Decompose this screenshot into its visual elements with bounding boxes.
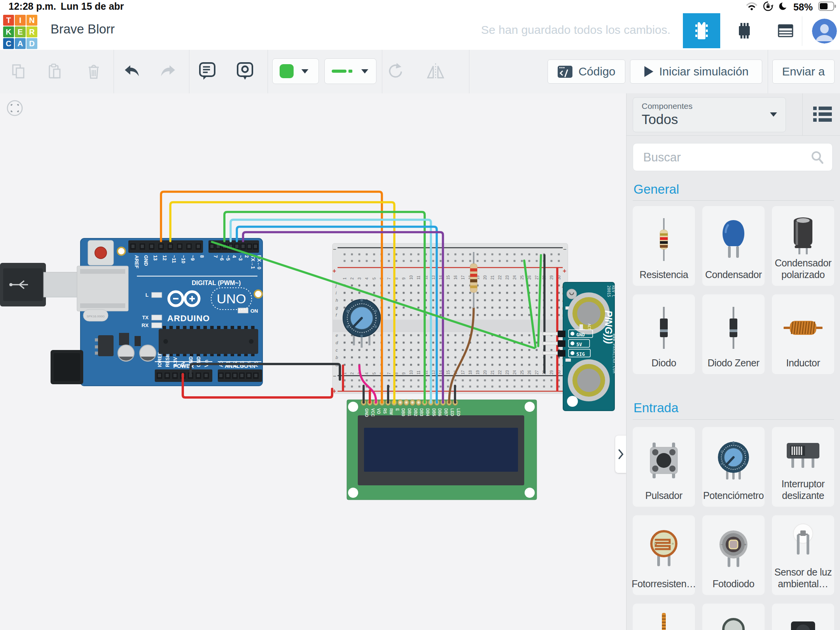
sensor-part-number: 28015 xyxy=(607,285,611,297)
component-card-resistencia[interactable]: Resistencia xyxy=(633,206,695,286)
component-card-diodo-zener[interactable]: Diodo Zener xyxy=(702,294,765,374)
svg-text:9: 9 xyxy=(402,277,406,280)
component-card-condensador[interactable]: Condensador xyxy=(702,206,765,286)
svg-text:RS: RS xyxy=(383,408,387,414)
logo-tile: A xyxy=(15,38,26,49)
chevron-down-icon xyxy=(301,69,308,74)
header-separator xyxy=(802,16,802,46)
send-to-button[interactable]: Enviar a xyxy=(772,60,835,84)
paste-button[interactable] xyxy=(44,61,65,82)
component-card-condensador-polarizado[interactable]: Condensador polarizado xyxy=(772,206,834,286)
svg-text:27: 27 xyxy=(535,370,539,374)
ic-schematic-icon xyxy=(735,21,754,41)
tinkercad-logo[interactable]: TINKERCAD xyxy=(3,15,38,50)
reset-button xyxy=(88,240,114,265)
copy-button[interactable] xyxy=(8,61,30,82)
section-title-entrada: Entrada xyxy=(634,401,679,415)
svg-text:7: 7 xyxy=(387,277,391,280)
svg-text:21: 21 xyxy=(490,275,495,280)
electrolytic-capacitor-thumbnail xyxy=(788,206,819,257)
clock: 12:28 p.m. xyxy=(9,1,56,12)
svg-text:4: 4 xyxy=(365,277,369,280)
component-card-fotodiodo[interactable]: −+ Fotodiodo xyxy=(702,515,765,595)
rotate-button[interactable] xyxy=(384,61,406,82)
svg-text:17: 17 xyxy=(461,370,465,374)
logo-tile: N xyxy=(26,15,37,26)
redo-button[interactable] xyxy=(157,61,179,82)
user-avatar[interactable] xyxy=(812,19,837,44)
svg-text:25: 25 xyxy=(520,275,524,280)
start-simulation-button[interactable]: Iniciar simulación xyxy=(630,60,762,84)
logo-tile: K xyxy=(3,26,14,37)
svg-text:VO: VO xyxy=(376,408,381,414)
svg-text:RW: RW xyxy=(389,408,393,415)
component-card-interruptor-deslizante[interactable]: Interruptor deslizante xyxy=(772,427,834,507)
table-icon xyxy=(777,22,794,40)
svg-text:8: 8 xyxy=(199,255,205,258)
flip-button[interactable] xyxy=(425,61,446,82)
sensor-pin-gnd: GND xyxy=(576,332,585,338)
component-card-pulsador[interactable]: Pulsador xyxy=(633,427,695,507)
svg-text:20: 20 xyxy=(483,370,487,374)
wire-type-dropdown[interactable] xyxy=(324,58,376,84)
code-icon xyxy=(557,65,573,79)
component-card-partial-1[interactable] xyxy=(633,604,695,630)
lcd-display[interactable]: GNDVCCVORSRWEDB0DB1DB2DB3DB4DB5DB6DB7LED… xyxy=(347,400,537,500)
label-visibility-button[interactable] xyxy=(234,61,256,82)
led-l-label: L xyxy=(145,292,149,298)
logo-tile: E xyxy=(15,26,26,37)
zoom-to-fit-button[interactable] xyxy=(6,100,23,117)
circuit-canvas[interactable]: 1122334455667788991010111112121313141415… xyxy=(0,93,626,630)
selected-color-swatch xyxy=(280,64,294,78)
search-input[interactable] xyxy=(642,147,803,168)
svg-text:12: 12 xyxy=(162,255,167,261)
arduino-model-text: UNO xyxy=(217,291,246,306)
rotation-lock-icon xyxy=(763,1,773,13)
component-card-sensor-luz-ambiental[interactable]: Sensor de luz ambiental… xyxy=(772,515,834,595)
svg-text:7: 7 xyxy=(213,255,218,258)
svg-text:b: b xyxy=(336,355,338,360)
svg-text:22: 22 xyxy=(498,370,502,374)
svg-text:26: 26 xyxy=(527,275,532,280)
component-card-fotorresistencia[interactable]: Fotorresisten… xyxy=(633,515,695,595)
svg-text:24: 24 xyxy=(513,275,517,280)
code-button[interactable]: Código xyxy=(548,60,625,84)
breadboard-view-button[interactable] xyxy=(683,13,720,48)
led-tx-label: TX xyxy=(142,315,149,320)
svg-text:DB6: DB6 xyxy=(438,408,442,416)
component-card-partial-3[interactable] xyxy=(772,604,834,630)
schematic-view-button[interactable] xyxy=(726,13,763,48)
usb-cable-shell xyxy=(44,272,81,297)
svg-text:27: 27 xyxy=(535,275,539,280)
section-divider xyxy=(633,200,834,201)
component-list-view-button[interactable] xyxy=(767,13,804,48)
svg-text:~5: ~5 xyxy=(225,255,231,261)
svg-text:29: 29 xyxy=(550,370,554,374)
component-card-inductor[interactable]: Inductor xyxy=(772,294,834,374)
delete-button[interactable] xyxy=(83,61,105,82)
svg-text:22: 22 xyxy=(498,275,502,280)
undo-button[interactable] xyxy=(121,61,143,82)
svg-text:DB1: DB1 xyxy=(407,408,411,416)
svg-text:9: 9 xyxy=(402,372,406,374)
components-filter-dropdown[interactable]: Componentes Todos xyxy=(633,97,786,132)
arduino-brand-text: ARDUINO xyxy=(167,313,210,323)
list-view-toggle[interactable] xyxy=(812,104,833,126)
svg-text:4: 4 xyxy=(365,372,369,374)
color-dropdown[interactable] xyxy=(272,58,319,84)
sidebar-collapse-tab[interactable] xyxy=(615,436,627,473)
code-button-label: Código xyxy=(578,65,615,78)
component-search[interactable] xyxy=(633,143,833,171)
component-card-diodo[interactable]: Diodo xyxy=(633,294,695,374)
date: Lun 15 de abr xyxy=(61,1,124,12)
svg-text:1: 1 xyxy=(343,277,347,280)
logo-tile: T xyxy=(3,15,14,26)
slide-switch-thumbnail xyxy=(784,427,822,478)
component-card-potenciometro[interactable]: Potenciómetro xyxy=(702,427,765,507)
do-not-disturb-moon-icon xyxy=(779,2,788,12)
zener-diode-thumbnail xyxy=(722,294,745,357)
notes-button[interactable] xyxy=(196,61,218,82)
svg-text:20: 20 xyxy=(483,275,487,280)
svg-text:7: 7 xyxy=(387,372,391,374)
component-card-partial-2[interactable] xyxy=(702,604,765,630)
